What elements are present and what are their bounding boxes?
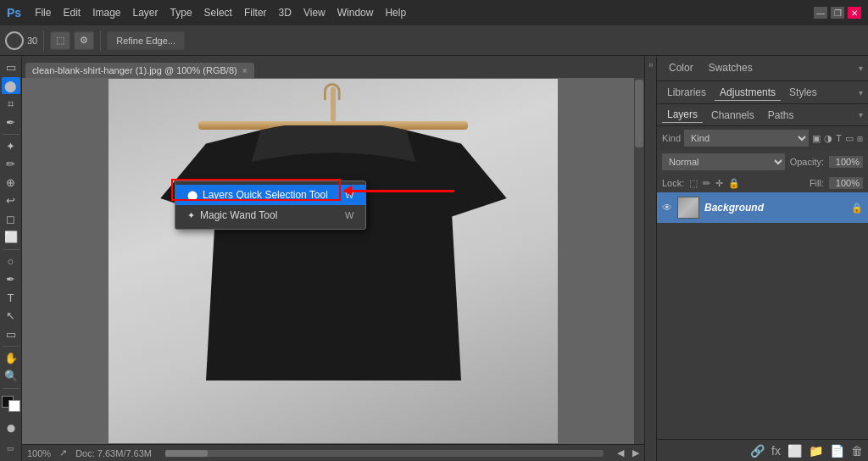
left-toolbar: ▭ ⬤ ⌗ ✒ ✦ ✏ ⊕ ↩ ◻ ⬜ ○ ✒ T ↖ ▭ ✋ 🔍 ⬤ ▭ xyxy=(0,56,22,461)
tool-separator-2 xyxy=(3,249,19,250)
context-menu: ⬤Layers Quick Selection Tool W ✦Magic Wa… xyxy=(175,181,366,230)
layer-name[interactable]: Background xyxy=(704,202,846,214)
title-bar: Ps File Edit Image Layer Type Select Fil… xyxy=(0,0,868,25)
document-tab-bar: clean-blank-shirt-hanger (1).jpg @ 100% … xyxy=(22,56,644,78)
libraries-tab[interactable]: Libraries xyxy=(662,85,711,100)
layer-visibility-icon[interactable]: 👁 xyxy=(662,202,672,214)
fill-value[interactable]: 100% xyxy=(829,177,863,189)
opacity-label: Opacity: xyxy=(790,157,824,167)
paths-tab[interactable]: Paths xyxy=(763,108,799,123)
nav-prev[interactable]: ◀ xyxy=(617,447,624,458)
window-controls: — ❐ ✕ xyxy=(814,7,861,19)
h-scroll-thumb[interactable] xyxy=(165,450,208,457)
close-button[interactable]: ✕ xyxy=(848,7,861,19)
tool-lasso[interactable]: ⬤ xyxy=(2,77,20,93)
document-tab-name: clean-blank-shirt-hanger (1).jpg @ 100% … xyxy=(32,65,237,75)
filter-type-icon[interactable]: T xyxy=(836,133,842,143)
maximize-button[interactable]: ❐ xyxy=(831,7,844,19)
tool-hand[interactable]: ✋ xyxy=(2,350,20,366)
tool-dodge[interactable]: ○ xyxy=(2,253,20,269)
new-layer-btn[interactable]: 📄 xyxy=(830,444,844,458)
tool-crop[interactable]: ⌗ xyxy=(2,96,20,112)
tool-history[interactable]: ↩ xyxy=(2,192,20,208)
tab-close-button[interactable]: × xyxy=(242,66,248,75)
layers-tab[interactable]: Layers xyxy=(662,107,703,123)
fill-label: Fill: xyxy=(810,178,824,188)
panel-options-icon[interactable]: ▾ xyxy=(859,88,863,97)
ctx-magic-wand[interactable]: ✦Magic Wand Tool W xyxy=(175,205,365,225)
horizontal-scrollbar[interactable] xyxy=(165,450,604,457)
tool-marquee[interactable]: ▭ xyxy=(2,59,20,75)
refine-edge-button[interactable]: Refine Edge... xyxy=(107,31,185,50)
tool-brush[interactable]: ✏ xyxy=(2,156,20,172)
lock-paint-icon[interactable]: ✏ xyxy=(703,178,710,189)
tool-pen[interactable]: ✒ xyxy=(2,271,20,287)
panel-collapse-icon[interactable]: ▾ xyxy=(859,64,863,73)
menu-help[interactable]: Help xyxy=(380,5,411,20)
tool-gradient[interactable]: ⬜ xyxy=(2,229,20,245)
filter-adjust-icon[interactable]: ◑ xyxy=(824,133,832,144)
kind-dropdown[interactable]: Kind xyxy=(684,130,809,147)
tool-quickmask[interactable]: ⬤ xyxy=(2,419,20,437)
enhance-edge-btn[interactable]: ⚙ xyxy=(74,31,94,50)
menu-filter[interactable]: Filter xyxy=(239,5,272,20)
channels-tab[interactable]: Channels xyxy=(706,108,760,123)
filter-shape-icon[interactable]: ▭ xyxy=(845,133,854,144)
ctx-quick-selection[interactable]: ⬤Layers Quick Selection Tool W xyxy=(175,185,365,205)
layer-effects-btn[interactable]: fx xyxy=(771,444,781,458)
layer-thumbnail xyxy=(677,197,699,219)
menu-view[interactable]: View xyxy=(298,5,331,20)
menu-layer[interactable]: Layer xyxy=(128,5,164,20)
tool-eyedropper[interactable]: ✒ xyxy=(2,114,20,130)
color-panel-tabs: Color Swatches xyxy=(662,58,760,79)
tool-stamp[interactable]: ⊕ xyxy=(2,175,20,191)
styles-tab[interactable]: Styles xyxy=(784,85,822,100)
filter-smart-icon[interactable]: ⧆ xyxy=(857,133,863,144)
tool-zoom[interactable]: 🔍 xyxy=(2,368,20,384)
vertical-scrollbar[interactable] xyxy=(634,78,644,444)
link-layers-btn[interactable]: 🔗 xyxy=(750,444,765,458)
brush-size-value[interactable]: 30 xyxy=(27,36,37,46)
layer-row-background[interactable]: 👁 Background 🔒 xyxy=(657,192,868,223)
lock-all-icon[interactable]: 🔒 xyxy=(728,178,740,189)
side-indicator: ≡ xyxy=(644,56,656,461)
tool-eraser[interactable]: ◻ xyxy=(2,211,20,227)
menu-type[interactable]: Type xyxy=(165,5,198,20)
color-tab[interactable]: Color xyxy=(662,58,700,79)
canvas-wrapper[interactable]: ⬤Layers Quick Selection Tool W ✦Magic Wa… xyxy=(22,78,644,444)
menu-3d[interactable]: 3D xyxy=(274,5,297,20)
new-group-btn[interactable]: 📁 xyxy=(809,444,823,458)
menu-window[interactable]: Window xyxy=(332,5,379,20)
layers-options-icon[interactable]: ▾ xyxy=(859,110,863,119)
tool-path[interactable]: ↖ xyxy=(2,308,20,324)
canvas-image: ⬤Layers Quick Selection Tool W ✦Magic Wa… xyxy=(108,79,558,443)
opacity-value[interactable]: 100% xyxy=(829,156,863,168)
menu-edit[interactable]: Edit xyxy=(58,5,86,20)
filter-pixel-icon[interactable]: ▣ xyxy=(812,133,821,144)
tool-screenmode[interactable]: ▭ xyxy=(2,439,20,458)
toolbar-separator-2 xyxy=(100,31,101,51)
delete-layer-btn[interactable]: 🗑 xyxy=(851,444,863,458)
toolbar-separator-1 xyxy=(43,31,44,51)
scroll-thumb[interactable] xyxy=(635,80,643,147)
tool-shape[interactable]: ▭ xyxy=(2,325,20,342)
menu-image[interactable]: Image xyxy=(87,5,125,20)
foreground-background-colors[interactable] xyxy=(2,396,20,412)
right-panel: Color Swatches ▾ Libraries Adjustments S… xyxy=(656,56,868,461)
adjustments-tab[interactable]: Adjustments xyxy=(715,85,781,101)
sample-all-layers-btn[interactable]: ⬚ xyxy=(50,31,70,50)
nav-next[interactable]: ▶ xyxy=(632,447,639,458)
add-mask-btn[interactable]: ⬜ xyxy=(787,444,802,458)
minimize-button[interactable]: — xyxy=(814,7,827,19)
document-tab[interactable]: clean-blank-shirt-hanger (1).jpg @ 100% … xyxy=(25,63,254,78)
menu-file[interactable]: File xyxy=(30,5,56,20)
lock-position-icon[interactable]: ✛ xyxy=(715,178,723,189)
blend-mode-dropdown[interactable]: Normal xyxy=(662,153,785,170)
tool-text[interactable]: T xyxy=(2,289,20,305)
shirt-svg xyxy=(131,125,536,399)
background-color[interactable] xyxy=(8,400,20,412)
tool-healing[interactable]: ✦ xyxy=(2,138,20,154)
swatches-tab[interactable]: Swatches xyxy=(702,58,760,79)
menu-select[interactable]: Select xyxy=(199,5,237,20)
lock-transparent-icon[interactable]: ⬚ xyxy=(689,178,698,189)
